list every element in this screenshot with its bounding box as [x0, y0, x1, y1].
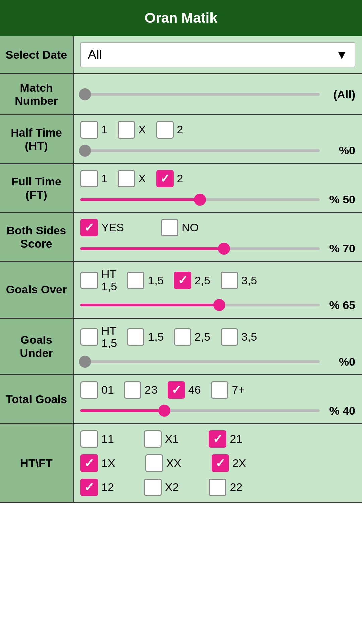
ht-option-2[interactable]: 2: [156, 121, 183, 139]
tg-checkbox-46[interactable]: ✓: [168, 381, 185, 399]
bss-option-yes[interactable]: ✓ YES: [80, 219, 124, 236]
htft-label: HT\FT: [0, 424, 74, 502]
ft-option-2[interactable]: ✓ 2: [156, 170, 183, 187]
go-checkbox-ht15[interactable]: [80, 272, 98, 289]
gu-option-ht15[interactable]: HT1,5: [80, 325, 117, 350]
htft-checkbox-11[interactable]: [80, 430, 98, 448]
app-header: Oran Matik: [0, 0, 362, 36]
bss-slider[interactable]: % 70: [80, 242, 355, 255]
htft-checkbox-22[interactable]: [209, 479, 226, 496]
gu-slider[interactable]: %0: [80, 355, 355, 368]
htft-option-x2[interactable]: X2: [144, 479, 179, 496]
tg-option-23[interactable]: 23: [124, 381, 158, 399]
ht-option-1[interactable]: 1: [80, 121, 108, 139]
half-time-content: 1 X 2 %0: [74, 115, 362, 163]
htft-checkbox-1x[interactable]: ✓: [80, 454, 98, 472]
select-date-content: All ▼: [74, 36, 362, 73]
app-title: Oran Matik: [144, 10, 217, 26]
match-number-slider[interactable]: (All): [80, 88, 355, 101]
select-date-row: Select Date All ▼: [0, 36, 362, 74]
go-checkbox-25[interactable]: ✓: [174, 272, 191, 289]
tg-option-7p[interactable]: 7+: [211, 381, 245, 399]
tg-slider[interactable]: % 40: [80, 404, 355, 417]
htft-option-1x[interactable]: ✓ 1X: [80, 454, 115, 472]
tg-checkbox-01[interactable]: [80, 381, 98, 399]
gu-option-35[interactable]: 3,5: [221, 328, 257, 346]
go-value: % 65: [325, 299, 355, 312]
htft-option-21[interactable]: ✓ 21: [209, 430, 242, 448]
half-time-value: %0: [325, 144, 355, 157]
gu-option-25[interactable]: 2,5: [174, 328, 210, 346]
htft-option-2x[interactable]: ✓ 2X: [212, 454, 246, 472]
bss-checkbox-yes[interactable]: ✓: [80, 219, 98, 236]
ht-checkbox-1[interactable]: [80, 121, 98, 139]
bss-checkbox-no[interactable]: [161, 219, 178, 236]
go-option-15[interactable]: 1,5: [127, 272, 164, 289]
htft-checkbox-x2[interactable]: [144, 479, 162, 496]
tg-value: % 40: [325, 404, 355, 417]
tg-checkbox-7p[interactable]: [211, 381, 228, 399]
goals-under-row: Goals Under HT1,5 1,5 2,5 3,5: [0, 319, 362, 375]
htft-option-11[interactable]: 11: [80, 430, 114, 448]
half-time-slider[interactable]: %0: [80, 144, 355, 157]
go-option-35[interactable]: 3,5: [221, 272, 257, 289]
htft-option-x1[interactable]: X1: [144, 430, 179, 448]
htft-checkbox-21[interactable]: ✓: [209, 430, 226, 448]
go-option-25[interactable]: ✓ 2,5: [174, 272, 210, 289]
goals-over-label: Goals Over: [0, 262, 74, 318]
full-time-value: % 50: [325, 193, 355, 206]
match-number-label: Match Number: [0, 74, 74, 114]
htft-row: HT\FT 11 X1 ✓ 21 ✓: [0, 424, 362, 503]
gu-checkbox-15[interactable]: [127, 328, 144, 346]
tg-option-01[interactable]: 01: [80, 381, 114, 399]
gu-value: %0: [325, 355, 355, 368]
half-time-row: Half Time (HT) 1 X 2 %0: [0, 115, 362, 164]
gu-checkboxes: HT1,5 1,5 2,5 3,5: [80, 325, 355, 350]
go-checkbox-15[interactable]: [127, 272, 144, 289]
gu-option-15[interactable]: 1,5: [127, 328, 164, 346]
bss-option-no[interactable]: NO: [161, 219, 199, 236]
ht-checkbox-2[interactable]: [156, 121, 174, 139]
ft-option-x[interactable]: X: [118, 170, 146, 187]
total-goals-content: 01 23 ✓ 46 7+ % 40: [74, 375, 362, 423]
htft-checkbox-x1[interactable]: [144, 430, 162, 448]
bss-checkboxes: ✓ YES NO: [80, 219, 355, 236]
goals-over-row: Goals Over HT1,5 1,5 ✓ 2,5 3,5: [0, 262, 362, 319]
goals-over-content: HT1,5 1,5 ✓ 2,5 3,5 % 65: [74, 262, 362, 318]
goals-under-label: Goals Under: [0, 319, 74, 374]
both-sides-score-label: Both Sides Score: [0, 213, 74, 261]
full-time-content: 1 X ✓ 2 % 50: [74, 164, 362, 212]
select-date-dropdown[interactable]: All ▼: [80, 42, 355, 67]
htft-content: 11 X1 ✓ 21 ✓ 1X XX: [74, 424, 362, 502]
htft-checkbox-12[interactable]: ✓: [80, 479, 98, 496]
tg-option-46[interactable]: ✓ 46: [168, 381, 201, 399]
htft-option-xx[interactable]: XX: [145, 454, 181, 472]
ft-checkbox-1[interactable]: [80, 170, 98, 187]
total-goals-row: Total Goals 01 23 ✓ 46 7+: [0, 375, 362, 424]
go-option-ht15[interactable]: HT1,5: [80, 268, 117, 293]
go-slider[interactable]: % 65: [80, 299, 355, 312]
half-time-label: Half Time (HT): [0, 115, 74, 163]
tg-checkboxes: 01 23 ✓ 46 7+: [80, 381, 355, 399]
htft-option-22[interactable]: 22: [209, 479, 242, 496]
gu-checkbox-35[interactable]: [221, 328, 238, 346]
full-time-row: Full Time (FT) 1 X ✓ 2 % 50: [0, 164, 362, 213]
htft-option-12[interactable]: ✓ 12: [80, 479, 114, 496]
ft-checkbox-2[interactable]: ✓: [156, 170, 174, 187]
htft-row-3: ✓ 12 X2 22: [80, 479, 355, 496]
total-goals-label: Total Goals: [0, 375, 74, 423]
ht-option-x[interactable]: X: [118, 121, 146, 139]
gu-checkbox-ht15[interactable]: [80, 328, 98, 346]
go-checkbox-35[interactable]: [221, 272, 238, 289]
htft-row-2: ✓ 1X XX ✓ 2X: [80, 454, 355, 472]
gu-checkbox-25[interactable]: [174, 328, 191, 346]
half-time-checkboxes: 1 X 2: [80, 121, 355, 139]
full-time-slider[interactable]: % 50: [80, 193, 355, 206]
htft-checkbox-2x[interactable]: ✓: [212, 454, 229, 472]
htft-checkbox-xx[interactable]: [145, 454, 163, 472]
ht-checkbox-x[interactable]: [118, 121, 135, 139]
ft-option-1[interactable]: 1: [80, 170, 108, 187]
full-time-checkboxes: 1 X ✓ 2: [80, 170, 355, 187]
tg-checkbox-23[interactable]: [124, 381, 141, 399]
ft-checkbox-x[interactable]: [118, 170, 135, 187]
